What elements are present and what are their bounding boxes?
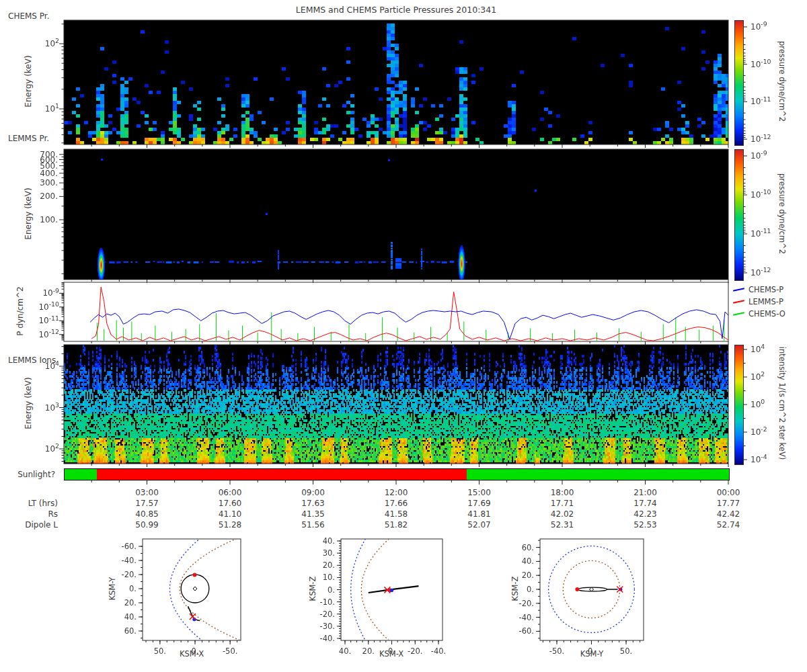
svg-text:40.: 40. [522,556,534,566]
y-axis: 10-910-1010-1110-12 [38,282,64,339]
svg-text:100.: 100. [40,215,58,224]
svg-text:101: 101 [45,102,59,114]
dipole-l-value: 50.99 [124,520,171,530]
rs-value: 41.35 [290,509,337,519]
svg-text:-10.: -10. [320,597,335,607]
svg-text:102: 102 [45,37,59,48]
svg-text:10-9: 10-9 [751,149,767,161]
dipole-l-value: 51.28 [206,520,254,530]
dipole-l-value: 52.31 [539,520,586,530]
time-tick-label: 03:00 [124,488,171,497]
time-ticks [91,464,728,467]
svg-text:300.: 300. [40,178,58,187]
orbit3-y-axis-label: KSM-Z [510,548,520,629]
svg-text:-50.: -50. [223,646,237,656]
svg-text:102: 102 [45,442,59,454]
svg-text:400.: 400. [40,169,58,178]
lemms-p-line-swatch [733,300,744,303]
svg-text:10-10: 10-10 [38,300,59,312]
svg-text:10-9: 10-9 [42,287,59,298]
svg-text:50.: 50. [620,646,632,656]
legend-item-chems-p: CHEMS-P [733,285,783,295]
time-ticks [91,280,728,283]
colorbar-label-lemms: pressure dyne/cm^2 [777,153,787,274]
svg-text:-20.: -20. [519,599,534,608]
svg-text:40.: 40. [339,646,351,656]
sunlight-segment-shadow [97,469,467,480]
orbit1-x-axis-label: KSM-X [165,649,219,659]
svg-text:10-11: 10-11 [38,314,59,326]
sunlight-segment-sunlit [467,469,729,480]
colorbar-ticks: 10-910-1010-1110-12 [743,20,771,144]
y-axis-label-lemms: Energy (keV) [24,173,33,254]
colorbar-ions [734,345,744,465]
time-ticks [91,144,728,148]
svg-text:10-10: 10-10 [751,58,771,69]
time-tick-label: 18:00 [539,488,586,497]
svg-text:-40.: -40. [519,613,534,622]
dipole-l-value: 52.07 [456,520,503,530]
lt-values-row: 17.5717.6017.6317.6617.6917.7117.7417.77 [0,499,807,509]
svg-text:-50.: -50. [549,646,564,656]
legend-label: CHEMS-O [748,309,785,319]
lt-value: 17.57 [124,499,171,508]
orbit-plot-orbit_ksmx_ksmy: 50.0.-50.-60.-40.-20.0.20.40.60. [122,536,243,656]
chems-o-line-swatch [733,312,744,315]
svg-text:103: 103 [45,401,59,413]
sunlight-segment-sunlit [65,469,97,480]
svg-text:10-11: 10-11 [751,227,771,239]
time-ticks [91,480,728,485]
legend-label: LEMMS-P [748,297,783,306]
orbit1-y-axis-label: KSM-Y [108,548,117,629]
svg-text:200.: 200. [40,192,58,201]
figure-root: LEMMS and CHEMS Particle Pressures 2010:… [0,0,807,672]
svg-text:-40.: -40. [431,646,446,656]
svg-text:0.: 0. [328,585,335,595]
svg-text:104: 104 [751,343,765,354]
rs-value: 41.58 [373,509,420,519]
dipole-l-value: 51.56 [290,520,337,530]
svg-text:20.: 20. [323,560,335,570]
panel-label-lemms: LEMMS Pr. [8,134,49,143]
svg-text:60.: 60. [522,543,534,552]
lemms-spectrogram [64,149,728,280]
ions-spectrogram [64,345,728,464]
svg-text:10-2: 10-2 [751,425,767,437]
svg-text:30.: 30. [323,548,335,558]
svg-text:-60.: -60. [122,542,137,551]
orbit-plot-orbit_ksmy_ksmz: -50.0.50.60.40.20.0.-20.-40.-60. [519,539,644,656]
svg-text:40.: 40. [124,612,137,622]
orbit2-y-axis-label: KSM-Z [308,548,317,629]
colorbar-ticks: 10410210010-210-4 [743,343,767,464]
svg-text:0.: 0. [527,585,534,594]
svg-text:-20.: -20. [122,570,137,579]
y-axis-label-ions: Energy (keV) [24,363,33,444]
time-tick-label: 06:00 [206,488,254,497]
time-tick-label: 09:00 [290,488,337,497]
panel-label-sunlight: Sunlight? [0,470,55,479]
chems-p-line-swatch [733,288,744,291]
svg-text:-40.: -40. [122,556,137,565]
rs-value: 42.02 [539,509,586,519]
time-tick-label: 21:00 [622,488,669,497]
svg-text:-20.: -20. [320,610,335,619]
svg-text:700.: 700. [40,150,58,159]
svg-text:10-4: 10-4 [751,453,767,464]
lt-value: 17.69 [456,499,503,508]
legend-item-lemms-p: LEMMS-P [733,297,783,307]
rs-value: 41.10 [206,509,254,519]
svg-text:10-12: 10-12 [751,266,771,278]
time-tick-label: 12:00 [373,488,420,497]
rs-value: 42.42 [705,509,752,519]
y-axis-label-pressure: P dyn/cm^2 [15,271,25,351]
dipole-l-value: 52.53 [622,520,669,530]
time-tick-labels: 03:0006:0009:0012:0015:0018:0021:0000:00 [0,488,807,499]
lt-value: 17.60 [206,499,254,508]
svg-text:-40.: -40. [320,634,335,643]
lt-value: 17.74 [622,499,669,508]
svg-text:102: 102 [751,370,765,382]
rs-value: 41.81 [456,509,503,519]
chart-title: LEMMS and CHEMS Particle Pressures 2010:… [64,5,728,15]
svg-text:20.: 20. [124,598,137,607]
svg-text:10-10: 10-10 [751,188,771,200]
